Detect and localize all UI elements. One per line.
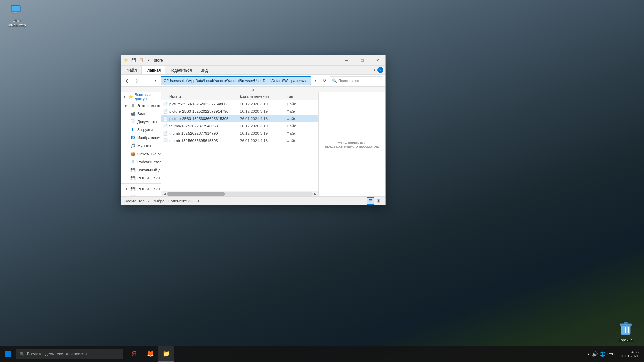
svg-rect-1 [12, 6, 20, 11]
scroll-left-button[interactable]: ◀ [162, 192, 167, 196]
sidebar-divider [121, 183, 161, 184]
star-icon: ⭐ [128, 94, 133, 99]
table-row[interactable]: 📄 thumb-13252022377548063 10.12.2020 3:1… [161, 122, 318, 130]
window-title: store [152, 58, 339, 63]
svg-rect-6 [624, 322, 628, 324]
quick-access-label: Быстрый доступ [135, 93, 161, 101]
sidebar-item-desktop[interactable]: 🖥 Рабочий стол [121, 158, 161, 166]
desktop-icon-this-pc[interactable]: Этот компьютер [3, 3, 30, 28]
col-header-date[interactable]: Дата изменения [240, 94, 287, 98]
taskbar-app-browser[interactable]: 🦊 [142, 346, 158, 362]
explorer-icon: 📁 [163, 350, 170, 357]
file-list-header: Имя ▲ Дата изменения Тип [161, 92, 318, 100]
search-taskbar-icon: 🔍 [20, 352, 25, 356]
scroll-up-indicator[interactable]: ▲ [252, 88, 255, 91]
scroll-thumb[interactable] [167, 192, 225, 196]
sidebar-item-music[interactable]: 🎵 Музыка [121, 142, 161, 150]
sidebar-item-3d[interactable]: 📦 Объемные об… [121, 150, 161, 158]
close-button[interactable]: ✕ [370, 55, 385, 66]
search-placeholder: Поиск: store [338, 79, 359, 83]
col-header-name[interactable]: Имя ▲ [163, 94, 240, 98]
keyboard-icon[interactable]: РУС [607, 352, 615, 356]
sidebar-item-pocket-d[interactable]: ▼ 💾 POCKET SSD (D:) [121, 185, 161, 193]
file-date-2: 26.01.2021 4:18 [240, 117, 287, 121]
refresh-button[interactable]: ↺ [320, 77, 328, 85]
sidebar-item-quick-access[interactable]: ▶ ⭐ Быстрый доступ [121, 93, 161, 100]
table-row[interactable]: 📄 picture-2560-13252022377914790 10.12.2… [161, 108, 318, 115]
scroll-track[interactable] [167, 192, 313, 196]
tab-file[interactable]: Файл [122, 66, 141, 74]
taskbar-search[interactable]: 🔍 Введите здесь текст для поиска [16, 349, 123, 359]
sidebar-item-filehistory[interactable]: 📁 FileHistory [121, 193, 161, 196]
clock-time: 4:36 [620, 350, 639, 354]
file-icon-0: 📄 [163, 101, 168, 107]
recent-locations-button[interactable]: ▼ [151, 77, 159, 85]
address-input[interactable] [161, 76, 311, 85]
large-icons-view-button[interactable]: ⊞ [375, 197, 382, 205]
details-view-button[interactable]: ☰ [367, 197, 374, 205]
documents-label: Документы [137, 120, 157, 124]
file-name-0: picture-2560-13252022377548063 [169, 102, 240, 106]
sidebar-item-pocket-c[interactable]: 💾 POCKET SSD (D:… [121, 174, 161, 182]
taskbar-app-yandex[interactable]: Я [126, 346, 142, 362]
svg-rect-5 [620, 324, 632, 326]
table-row[interactable]: 📄 picture-2560-13256086695615305 26.01.2… [161, 115, 318, 122]
computer-icon-label: Этот компьютер [3, 18, 30, 28]
svg-rect-2 [14, 12, 17, 13]
tab-home[interactable]: Главная [141, 66, 165, 74]
sidebar-item-downloads[interactable]: ⬇ Загрузки [121, 126, 161, 134]
table-row[interactable]: 📄 thumb-13256086695615305 26.01.2021 4:1… [161, 137, 318, 144]
tab-view[interactable]: Вид [196, 66, 212, 74]
file-name-3: thumb-13252022377548063 [169, 124, 240, 128]
sidebar-item-local-disk[interactable]: 💾 Локальный диск [121, 166, 161, 174]
table-row[interactable]: 📄 thumb-13252022377914790 10.12.2020 3:1… [161, 130, 318, 137]
maximize-button[interactable]: □ [355, 55, 370, 66]
address-dropdown[interactable]: ▼ [312, 76, 319, 85]
title-dropdown[interactable]: ▼ [145, 57, 152, 64]
tray-chevron[interactable]: ▲ [587, 352, 590, 356]
horizontal-scrollbar[interactable]: ◀ ▶ [161, 191, 318, 196]
ribbon-collapse[interactable]: ▲ [373, 68, 376, 72]
file-type-2: Файл [287, 117, 314, 121]
preview-text: Нет данных для предварительного просмотр… [324, 140, 380, 148]
file-type-5: Файл [287, 139, 314, 143]
sidebar-item-images[interactable]: 🖼 Изображения [121, 134, 161, 142]
speaker-icon[interactable]: 🔊 [592, 351, 598, 357]
col-date-label: Дата изменения [240, 94, 269, 98]
file-name-5: thumb-13256086695615305 [169, 139, 240, 143]
title-icon-new[interactable]: 📋 [138, 57, 145, 64]
sidebar-item-this-pc[interactable]: ▶ 🖥 Этот компьютер [121, 102, 161, 110]
col-header-type[interactable]: Тип [287, 94, 314, 98]
preview-pane: Нет данных для предварительного просмотр… [318, 92, 385, 196]
pocket-c-label: POCKET SSD (D:… [137, 176, 161, 180]
forward-button[interactable]: ❯ [132, 77, 141, 85]
file-icon-3: 📄 [163, 123, 168, 129]
network-icon[interactable]: 🌐 [600, 351, 605, 357]
sidebar-item-video[interactable]: 📹 Видео [121, 110, 161, 118]
taskbar-clock[interactable]: 4:36 26.01.2021 [618, 350, 641, 358]
recycle-bin-icon[interactable]: Корзина [614, 320, 637, 342]
browser-icon: 🦊 [147, 350, 154, 357]
yandex-icon: Я [132, 350, 137, 358]
tab-share[interactable]: Поделиться [165, 66, 196, 74]
title-bar-quick-access: 📁 💾 📋 ▼ [121, 57, 152, 64]
taskbar-app-explorer[interactable]: 📁 [158, 346, 174, 362]
sidebar-item-documents[interactable]: 📄 Документы [121, 118, 161, 126]
file-icon-2: 📄 [163, 116, 168, 121]
pocket-d-icon: 💾 [130, 187, 135, 191]
search-box[interactable]: 🔍 Поиск: store [330, 76, 383, 85]
clock-date: 26.01.2021 [620, 354, 639, 358]
sort-arrow: ▲ [179, 95, 182, 98]
scroll-right-button[interactable]: ▶ [313, 192, 318, 196]
minimize-button[interactable]: ─ [339, 55, 355, 66]
title-icon-save[interactable]: 💾 [130, 57, 137, 64]
local-disk-label: Локальный диск [137, 168, 161, 172]
table-row[interactable]: 📄 picture-2560-13252022377548063 10.12.2… [161, 100, 318, 108]
sidebar: ▶ ⭐ Быстрый доступ ▶ 🖥 Этот компьютер 📹 … [121, 92, 161, 196]
back-button[interactable]: ❮ [123, 77, 131, 85]
up-button[interactable]: ↑ [142, 77, 150, 85]
start-button[interactable] [0, 346, 16, 362]
ribbon: Файл Главная Поделиться Вид ▲ ? [121, 66, 385, 75]
help-button[interactable]: ? [377, 67, 383, 73]
desktop-icon-small: 🖥 [130, 160, 135, 164]
